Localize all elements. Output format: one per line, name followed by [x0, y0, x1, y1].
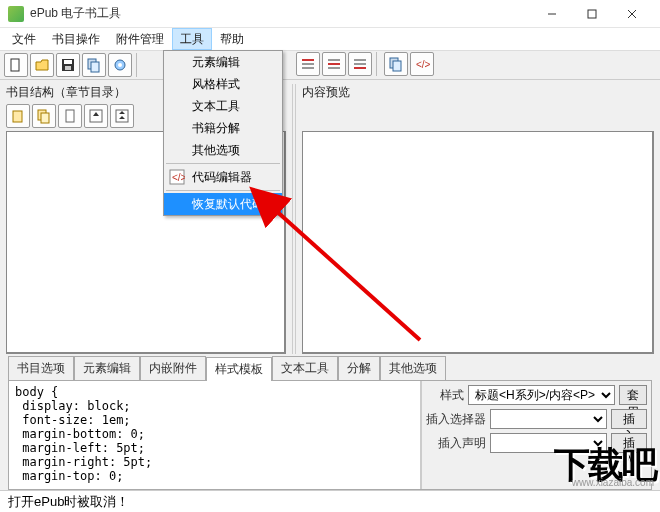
minimize-button[interactable]: [532, 0, 572, 28]
svg-rect-1: [588, 10, 596, 18]
menu-help[interactable]: 帮助: [212, 28, 252, 50]
tools-dropdown: 元素编辑 风格样式 文本工具 书籍分解 其他选项 </> 代码编辑器 恢复默认代…: [163, 50, 283, 216]
copy-button[interactable]: [82, 53, 106, 77]
title-bar: ePub 电子书工具: [0, 0, 660, 28]
dropdown-book-split[interactable]: 书籍分解: [164, 117, 282, 139]
tab-embedded-attachments[interactable]: 内嵌附件: [140, 356, 206, 380]
svg-rect-29: [66, 110, 74, 122]
copy-structure-button[interactable]: [6, 104, 30, 128]
tab-split[interactable]: 分解: [338, 356, 380, 380]
paste-structure-button[interactable]: [32, 104, 56, 128]
svg-rect-4: [11, 59, 19, 71]
dropdown-style[interactable]: 风格样式: [164, 73, 282, 95]
css-code-area[interactable]: body { display: block; font-size: 1em; m…: [9, 381, 421, 489]
dropdown-separator: [166, 190, 280, 191]
right-column: 内容预览: [302, 84, 654, 354]
svg-rect-6: [64, 60, 72, 64]
tab-text-tools[interactable]: 文本工具: [272, 356, 338, 380]
declaration-label: 插入声明: [426, 435, 486, 452]
copy-button-2[interactable]: [384, 52, 408, 76]
preview-panel[interactable]: [302, 131, 654, 354]
tab-other-options[interactable]: 其他选项: [380, 356, 446, 380]
close-button[interactable]: [612, 0, 652, 28]
tab-content: body { display: block; font-size: 1em; m…: [8, 380, 652, 490]
declaration-select[interactable]: [490, 433, 607, 453]
svg-rect-28: [41, 113, 49, 123]
dropdown-separator: [166, 163, 280, 164]
tab-element-edit[interactable]: 元素编辑: [74, 356, 140, 380]
svg-rect-26: [13, 111, 22, 122]
selector-label: 插入选择器: [426, 411, 486, 428]
svg-text:</>: </>: [172, 172, 185, 183]
doc-button[interactable]: [58, 104, 82, 128]
style-label: 样式: [426, 387, 464, 404]
svg-rect-24: [393, 61, 401, 71]
tab-book-options[interactable]: 书目选项: [8, 356, 74, 380]
status-bar: 打开ePub时被取消！: [0, 490, 660, 512]
new-button[interactable]: [4, 53, 28, 77]
insert-declaration-button[interactable]: 插入: [611, 433, 647, 453]
right-panel-label: 内容预览: [302, 84, 654, 101]
align-button-2[interactable]: [322, 52, 346, 76]
toolbar-separator: [376, 52, 380, 76]
window-title: ePub 电子书工具: [30, 5, 532, 22]
move-top-button[interactable]: [110, 104, 134, 128]
vertical-splitter[interactable]: [292, 84, 296, 354]
style-properties-column: 样式 标题<H系列>/内容<P> 套用 插入选择器 插入 插入声明 插入: [421, 381, 651, 489]
dropdown-element-edit[interactable]: 元素编辑: [164, 51, 282, 73]
svg-text:</>: </>: [416, 59, 430, 70]
dropdown-code-editor-label: 代码编辑器: [192, 169, 252, 186]
insert-selector-button[interactable]: 插入: [611, 409, 647, 429]
svg-point-11: [118, 63, 122, 67]
svg-rect-9: [91, 62, 99, 72]
maximize-button[interactable]: [572, 0, 612, 28]
dropdown-other[interactable]: 其他选项: [164, 139, 282, 161]
toolbar-separator: [136, 53, 140, 77]
settings-button[interactable]: [108, 53, 132, 77]
svg-rect-7: [65, 66, 71, 70]
menu-bar: 文件 书目操作 附件管理 工具 帮助: [0, 28, 660, 50]
style-select[interactable]: 标题<H系列>/内容<P>: [468, 385, 615, 405]
menu-file[interactable]: 文件: [4, 28, 44, 50]
dropdown-restore-default-code[interactable]: 恢复默认代码: [164, 193, 282, 215]
apply-button[interactable]: 套用: [619, 385, 647, 405]
align-button-1[interactable]: [296, 52, 320, 76]
open-button[interactable]: [30, 53, 54, 77]
code-icon: </>: [168, 168, 186, 186]
dropdown-code-editor[interactable]: </> 代码编辑器: [164, 166, 282, 188]
code-button[interactable]: </>: [410, 52, 434, 76]
menu-book-ops[interactable]: 书目操作: [44, 28, 108, 50]
move-up-button[interactable]: [84, 104, 108, 128]
tab-style-template[interactable]: 样式模板: [206, 357, 272, 381]
selector-select[interactable]: [490, 409, 607, 429]
dropdown-text-tools[interactable]: 文本工具: [164, 95, 282, 117]
app-icon: [8, 6, 24, 22]
work-area: 书目结构（章节目录） 内容预览: [0, 80, 660, 358]
menu-tools[interactable]: 工具: [172, 28, 212, 50]
menu-attachments[interactable]: 附件管理: [108, 28, 172, 50]
save-button[interactable]: [56, 53, 80, 77]
align-button-3[interactable]: [348, 52, 372, 76]
bottom-tabstrip: 书目选项 元素编辑 内嵌附件 样式模板 文本工具 分解 其他选项: [0, 358, 660, 380]
